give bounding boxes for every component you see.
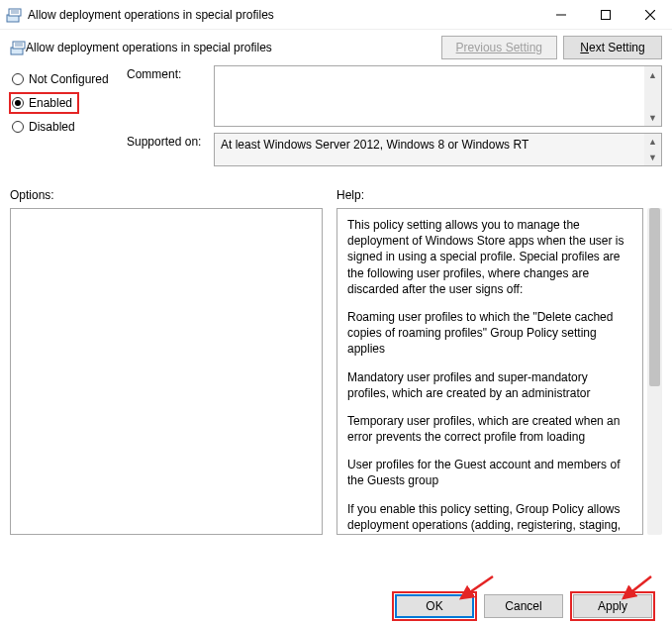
header-row: Allow deployment operations in special p…	[0, 30, 672, 65]
scroll-up-icon: ▲	[644, 134, 661, 150]
help-text: Roaming user profiles to which the "Dele…	[347, 309, 632, 358]
comment-input[interactable]: ▲ ▼	[214, 65, 662, 127]
maximize-button[interactable]	[583, 0, 627, 30]
supported-on-value: At least Windows Server 2012, Windows 8 …	[214, 133, 662, 166]
options-pane	[10, 208, 323, 535]
policy-label: Allow deployment operations in special p…	[10, 40, 435, 55]
state-radios: Not Configured Enabled Disabled	[10, 65, 127, 172]
comment-label: Comment:	[127, 65, 214, 81]
radio-label: Disabled	[29, 120, 75, 134]
ok-button[interactable]: OK	[395, 594, 474, 618]
close-button[interactable]	[627, 0, 672, 30]
help-text: This policy setting allows you to manage…	[347, 217, 632, 297]
help-pane[interactable]: This policy setting allows you to manage…	[336, 208, 643, 535]
radio-label: Enabled	[29, 96, 72, 110]
previous-setting-button: Previous Setting	[441, 36, 557, 59]
scrollbar[interactable]: ▲ ▼	[644, 66, 661, 126]
minimize-button[interactable]	[538, 0, 583, 30]
svg-rect-2	[601, 10, 610, 19]
radio-icon	[12, 121, 24, 133]
options-label: Options:	[10, 188, 336, 202]
help-text: Temporary user profiles, which are creat…	[347, 413, 632, 445]
scrollbar: ▲ ▼	[644, 134, 661, 165]
radio-icon	[12, 73, 24, 85]
help-label: Help:	[336, 188, 364, 202]
cancel-button[interactable]: Cancel	[484, 594, 563, 618]
radio-icon	[12, 97, 24, 109]
supported-on-label: Supported on:	[127, 133, 214, 149]
help-scrollbar[interactable]	[647, 208, 662, 535]
svg-rect-1	[9, 9, 21, 16]
help-text: If you enable this policy setting, Group…	[347, 501, 632, 535]
app-icon	[6, 7, 22, 23]
scroll-down-icon: ▼	[644, 150, 661, 165]
policy-icon	[10, 40, 26, 55]
help-text: Mandatory user profiles and super-mandat…	[347, 369, 632, 401]
help-text: User profiles for the Guest account and …	[347, 457, 632, 488]
scrollbar-thumb[interactable]	[649, 208, 660, 386]
policy-name: Allow deployment operations in special p…	[26, 41, 272, 54]
scroll-down-icon[interactable]: ▼	[644, 109, 661, 126]
svg-rect-4	[13, 42, 25, 49]
radio-label: Not Configured	[29, 72, 109, 86]
next-setting-button[interactable]: Next Setting	[563, 36, 662, 59]
radio-disabled[interactable]: Disabled	[10, 117, 127, 137]
title-bar: Allow deployment operations in special p…	[0, 0, 672, 30]
radio-not-configured[interactable]: Not Configured	[10, 69, 127, 89]
window-title: Allow deployment operations in special p…	[28, 8, 538, 22]
radio-enabled[interactable]: Enabled	[10, 93, 72, 113]
apply-button[interactable]: Apply	[573, 594, 652, 618]
scroll-up-icon[interactable]: ▲	[644, 66, 661, 83]
